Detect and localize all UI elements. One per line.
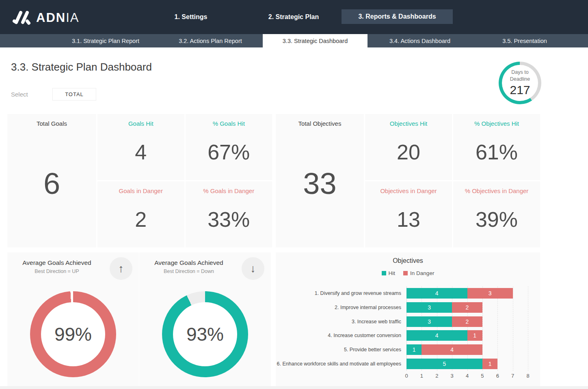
bar-category-label: 2. Improve internal processes	[276, 305, 406, 310]
chart-row: 3. Increase web traffic32	[276, 314, 528, 329]
x-axis-tick: 1	[420, 373, 423, 379]
kpi-group-objectives: Total Objectives 33 Objectives Hit 20 % …	[276, 114, 540, 247]
stacked-bar: 41	[406, 330, 528, 341]
chart-x-axis: 012345678	[406, 373, 528, 380]
kpi-goals-hit: Goals Hit 4	[97, 114, 184, 180]
kpi-pct-objectives-hit: % Objectives Hit 61%	[453, 114, 540, 180]
kpi-value: 61%	[453, 127, 540, 180]
kpi-label: % Goals in Danger	[186, 181, 272, 194]
bar-category-label: 5. Provide better services	[276, 347, 406, 352]
up-arrow-icon: ↑	[110, 257, 132, 280]
chart-legend: Hit In Danger	[276, 270, 540, 276]
brand-name: ADNIA	[36, 11, 79, 24]
x-axis-tick: 0	[405, 373, 408, 379]
kpi-label: % Goals Hit	[186, 114, 272, 127]
down-arrow-icon: ↓	[242, 257, 264, 280]
kpi-value: 6	[7, 127, 96, 247]
chart-rows: 1. Diversify and grow revenue streams432…	[276, 286, 528, 371]
deadline-gauge-center: Days to Deadline 217	[502, 65, 538, 101]
deadline-label-line1: Days to	[511, 69, 528, 76]
sub-navbar: 3.1. Strategic Plan Report 3.2. Actions …	[0, 34, 588, 47]
bar-category-label: 1. Diversify and grow revenue streams	[276, 290, 406, 296]
x-axis-tick: 2	[435, 373, 438, 379]
kpi-label: % Objectives Hit	[453, 114, 540, 127]
kpi-pct-goals-hit: % Goals Hit 67%	[186, 114, 272, 180]
chart-row: 2. Improve internal processes32	[276, 301, 528, 315]
kpi-value: 33%	[186, 194, 272, 247]
chart-row: 5. Provide better services14	[276, 343, 528, 357]
kpi-value: 39%	[453, 194, 540, 247]
bar-category-label: 3. Increase web traffic	[276, 319, 406, 325]
bar-segment-hit: 5	[406, 359, 482, 369]
avg-goals-card-down: Average Goals Achieved Best Direction = …	[139, 252, 271, 386]
chart-row: 4. Increase customer conversion41	[276, 329, 528, 343]
adnia-logo-icon	[12, 9, 31, 26]
legend-label-in-danger: In Danger	[410, 270, 434, 276]
page-title: 3.3. Strategic Plan Dashboard	[11, 61, 152, 73]
kpi-total-goals: Total Goals 6	[7, 114, 96, 247]
bar-segment-danger: 2	[452, 302, 482, 313]
stacked-bar: 14	[406, 344, 528, 355]
kpi-value: 33	[276, 127, 364, 247]
tab-actions-dashboard[interactable]: 3.4. Actions Dashboard	[368, 34, 472, 47]
kpi-label: % Objectives in Danger	[453, 181, 540, 194]
bar-segment-hit: 3	[406, 302, 452, 313]
bar-segment-hit: 4	[406, 288, 467, 299]
nav-item-reports-dashboards[interactable]: 3. Reports & Dashboards	[342, 9, 453, 24]
legend-swatch-in-danger	[403, 271, 408, 275]
kpi-value: 67%	[186, 127, 272, 180]
donut-title: Average Goals Achieved	[139, 259, 238, 266]
kpi-label: Goals in Danger	[97, 181, 184, 194]
bar-segment-hit: 3	[406, 316, 452, 327]
kpi-value: 2	[97, 194, 184, 247]
donut-value: 99%	[41, 302, 105, 366]
tab-presentation[interactable]: 3.5. Presentation	[472, 34, 577, 47]
tab-actions-plan-report[interactable]: 3.2. Actions Plan Report	[158, 34, 263, 47]
top-navbar: ADNIA 1. Settings 2. Strategic Plan 3. R…	[0, 0, 588, 34]
donut-card-header: Average Goals Achieved Best Direction = …	[7, 259, 106, 274]
stacked-bar: 43	[406, 288, 528, 299]
stacked-bar: 51	[406, 359, 528, 369]
kpi-pct-goals-in-danger: % Goals in Danger 33%	[186, 181, 272, 247]
kpi-label: Total Goals	[7, 114, 96, 127]
tab-strategic-plan-report[interactable]: 3.1. Strategic Plan Report	[53, 34, 158, 47]
bar-segment-danger: 2	[452, 316, 482, 327]
nav-item-settings[interactable]: 1. Settings	[175, 0, 208, 34]
kpi-total-objectives: Total Objectives 33	[276, 114, 364, 247]
tab-strategic-dashboard[interactable]: 3.3. Strategic Dashboard	[263, 34, 368, 47]
nav-item-strategic-plan[interactable]: 2. Strategic Plan	[268, 0, 319, 34]
bottom-strip	[0, 386, 588, 389]
legend-swatch-hit	[382, 271, 386, 275]
bar-segment-hit: 1	[406, 344, 422, 355]
donut-value: 93%	[173, 302, 237, 366]
select-label: Select	[11, 91, 28, 98]
kpi-objectives-hit: Objectives Hit 20	[365, 114, 452, 180]
donut-title: Average Goals Achieved	[7, 259, 106, 266]
stacked-bar: 32	[406, 316, 528, 327]
kpi-value: 4	[97, 127, 184, 180]
kpi-group-goals: Total Goals 6 Goals Hit 4 % Goals Hit 67…	[7, 114, 272, 247]
legend-item-in-danger: In Danger	[403, 270, 434, 276]
x-axis-tick: 5	[481, 373, 484, 379]
kpi-goals-in-danger: Goals in Danger 2	[97, 181, 184, 247]
chart-row: 6. Enhance workforce skills and motivate…	[276, 357, 528, 371]
kpi-objectives-in-danger: Objectives in Danger 13	[365, 181, 452, 247]
legend-item-hit: Hit	[382, 270, 396, 276]
brand-logo: ADNIA	[12, 8, 79, 27]
kpi-value: 20	[365, 127, 452, 180]
objectives-chart-card: Objectives Hit In Danger 1. Diversify an…	[276, 252, 540, 386]
bar-segment-danger: 3	[467, 288, 513, 299]
x-axis-tick: 4	[466, 373, 469, 379]
bar-segment-danger: 4	[422, 344, 482, 355]
total-selector-button[interactable]: TOTAL	[52, 88, 96, 101]
deadline-value: 217	[510, 83, 530, 97]
x-axis-tick: 8	[526, 373, 529, 379]
kpi-pct-objectives-in-danger: % Objectives in Danger 39%	[453, 181, 540, 247]
chart-title: Objectives	[276, 257, 540, 264]
donut-chart-up: 99%	[30, 291, 116, 377]
gridline	[528, 286, 528, 371]
deadline-label-line2: Deadline	[510, 76, 530, 83]
avg-goals-card-up: Average Goals Achieved Best Direction = …	[7, 252, 139, 386]
donut-subtitle: Best Direction = Down	[139, 269, 238, 274]
bar-category-label: 4. Increase customer conversion	[276, 333, 406, 338]
